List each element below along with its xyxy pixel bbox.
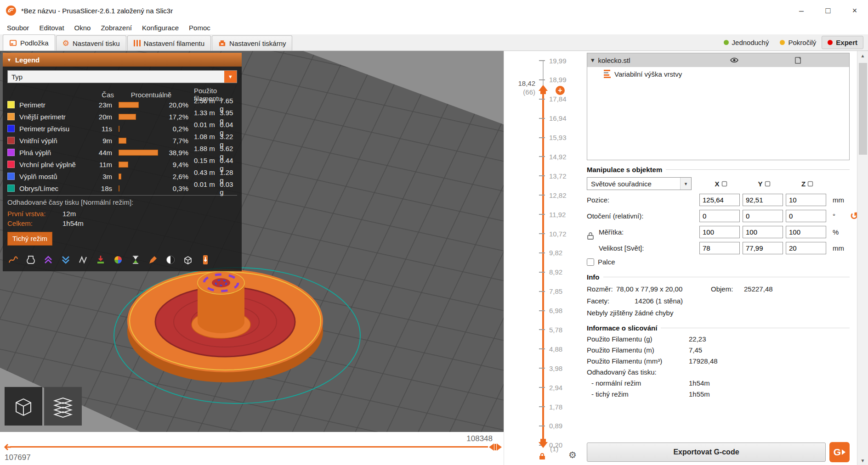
reset-rotation-icon[interactable]: ↺ (850, 211, 857, 221)
add-layer-range-button[interactable]: + (556, 86, 565, 95)
mode-simple-button[interactable]: Jednoduchý (718, 36, 775, 49)
percent-bar (119, 150, 158, 156)
menu-zobrazeni[interactable]: Zobrazení (96, 22, 137, 33)
editor-view-button[interactable] (5, 387, 42, 426)
menu-soubor[interactable]: Soubor (2, 22, 34, 33)
move-slider-thumb[interactable] (489, 443, 502, 452)
size-y-input[interactable] (743, 242, 783, 254)
slider-lock-icon[interactable] (538, 452, 546, 460)
axis-frame-icon (721, 181, 727, 187)
contrast-icon[interactable] (165, 254, 176, 266)
position-x-input[interactable] (699, 194, 740, 206)
tab-print-label: Nastavení tisku (73, 39, 120, 47)
tool-changes-icon[interactable] (95, 254, 107, 266)
tab-printer-settings[interactable]: Nastavení tiskárny (212, 35, 292, 50)
scroll-up-icon[interactable]: ▲ (857, 51, 868, 60)
tab-filament-label: Nastavení filamentu (144, 39, 205, 47)
object-list: ▾ kolecko.stl Variabilní výška vr (587, 53, 850, 160)
legend-header[interactable]: ▼ Legend (3, 53, 242, 67)
gear-icon: ⚙ (62, 39, 69, 47)
color-changes-icon[interactable] (112, 254, 124, 266)
close-button[interactable]: × (841, 0, 868, 21)
size-x-input[interactable] (699, 242, 740, 254)
uniform-scale-lock-icon[interactable] (587, 232, 594, 240)
export-gcode-button[interactable]: Exportovat G-code (587, 443, 826, 462)
view-type-value: Typ (8, 71, 224, 83)
size-unit: mm (829, 244, 850, 252)
object-row[interactable]: ▾ kolecko.stl (587, 53, 849, 67)
scale-x-input[interactable] (699, 226, 740, 238)
box-icon[interactable] (182, 254, 194, 266)
stealth-mode-button[interactable]: Tichý režim (7, 232, 52, 246)
scale-y-input[interactable] (743, 226, 783, 238)
tab-plater[interactable]: Podložka (3, 34, 55, 50)
volume-label: Objem: (711, 285, 744, 293)
mode-advanced-button[interactable]: Pokročilý (774, 36, 822, 49)
inches-checkbox[interactable] (587, 258, 594, 266)
position-y-input[interactable] (743, 194, 783, 206)
menu-editovat[interactable]: Editovat (34, 22, 69, 33)
travels-icon[interactable] (7, 254, 19, 266)
move-slider-max-value: 108348 (466, 434, 493, 443)
minimize-button[interactable]: – (788, 0, 815, 21)
export-row: Exportovat G-code G (587, 438, 850, 462)
advanced-mode-dot-icon (780, 40, 785, 45)
panel-scrollbar[interactable]: ▲ ▼ (857, 51, 868, 465)
move-slider-min-value: 107697 (5, 453, 31, 462)
preview-view-button[interactable] (44, 387, 82, 426)
scale-z-input[interactable] (786, 226, 826, 238)
tab-print-settings[interactable]: ⚙ Nastavení tisku (56, 35, 126, 50)
object-settings-icon[interactable] (794, 56, 802, 64)
legend-row: Vnitřní výplň 9m 7,7% 1.08 m3.22 g (7, 133, 237, 145)
wipe-icon[interactable] (77, 254, 89, 266)
position-z-input[interactable] (786, 194, 826, 206)
layer-slider-lower-thumb[interactable] (539, 442, 548, 448)
expand-chevron-icon[interactable]: ▾ (591, 56, 595, 64)
shells-icon[interactable] (25, 254, 37, 266)
pull-down-icon[interactable] (199, 254, 211, 266)
legend-row: Perimetr převisu 11s 0,2% 0.01 m0.04 g (7, 121, 237, 133)
printer-icon (218, 39, 226, 47)
rotation-label: Otočení (relativní): (587, 212, 699, 220)
position-unit: mm (829, 196, 850, 204)
custom-gcodes-icon[interactable] (147, 254, 159, 266)
mode-expert-button[interactable]: Expert (822, 36, 863, 49)
dropdown-arrow-icon[interactable]: ▼ (224, 71, 237, 83)
legend-row: Perimetr 23m 20,0% 2.56 m7.65 g (7, 97, 237, 109)
variable-layer-height-row[interactable]: Variabilní výška vrstvy (587, 67, 849, 81)
rotation-z-input[interactable] (786, 210, 826, 222)
size-z-input[interactable] (786, 242, 826, 254)
layer-slider-upper-thumb-base[interactable] (540, 91, 546, 94)
coordinate-system-dropdown[interactable]: Světové souřadnice ▾ (587, 177, 692, 190)
eye-icon[interactable] (730, 56, 739, 64)
title-bar: *Bez názvu - PrusaSlicer-2.6.1 založený … (0, 0, 868, 21)
layer-slider-lower-thumb-base[interactable] (540, 439, 546, 442)
move-slider-track[interactable] (10, 446, 488, 448)
pause-prints-icon[interactable] (130, 254, 142, 266)
menu-okno[interactable]: Okno (69, 22, 96, 33)
total-time-value: 1h54m (62, 219, 237, 227)
mode-expert-label: Expert (836, 39, 857, 46)
scroll-down-icon[interactable]: ▼ (857, 456, 868, 465)
seams-icon[interactable] (42, 254, 54, 266)
scrollbar-thumb[interactable] (859, 63, 867, 155)
rotation-y-input[interactable] (743, 210, 783, 222)
bed-icon (9, 39, 17, 47)
maximize-button[interactable]: □ (815, 0, 841, 21)
3d-viewport[interactable]: ▼ Legend Typ ▼ Čas Procentuálně Použito … (0, 51, 504, 432)
info-title: Info (587, 273, 850, 281)
feature-color-swatch (7, 149, 15, 156)
menu-pomoc[interactable]: Pomoc (184, 22, 216, 33)
cube-icon (11, 394, 35, 418)
retractions-icon[interactable] (60, 254, 72, 266)
slider-settings-gear-icon[interactable]: ⚙ (568, 449, 577, 460)
view-type-dropdown[interactable]: Typ ▼ (7, 70, 237, 83)
layer-slider-upper-thumb[interactable] (539, 85, 548, 91)
gcode-icon[interactable]: G (829, 442, 850, 462)
tab-filament-settings[interactable]: Nastavení filamentu (127, 35, 211, 50)
variable-layer-height-label: Variabilní výška vrstvy (614, 70, 682, 78)
menu-konfigurace[interactable]: Konfigurace (137, 22, 184, 33)
legend-row: Plná výplň 44m 38,9% 1.88 m5.62 g (7, 145, 237, 157)
rotation-x-input[interactable] (699, 210, 740, 222)
bottom-layer-number: (1) (550, 445, 558, 453)
